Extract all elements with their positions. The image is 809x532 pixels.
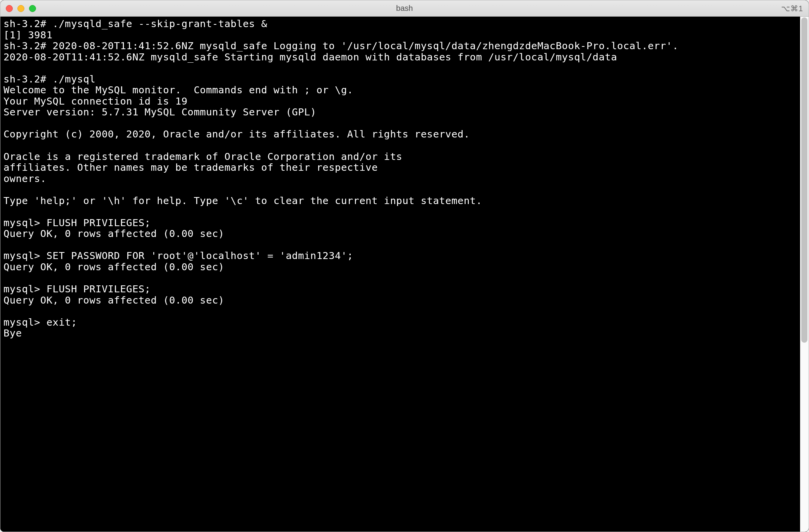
close-button[interactable] [6,5,13,12]
zoom-button[interactable] [29,5,36,12]
scrollbar-thumb[interactable] [801,17,807,343]
terminal-window: bash ⌥⌘1 sh-3.2# ./mysqld_safe --skip-gr… [0,0,809,532]
minimize-button[interactable] [17,5,24,12]
window-title: bash [396,4,413,13]
terminal-body: sh-3.2# ./mysqld_safe --skip-grant-table… [0,17,809,532]
window-shortcut: ⌥⌘1 [781,4,803,13]
terminal-content[interactable]: sh-3.2# ./mysqld_safe --skip-grant-table… [0,17,800,532]
titlebar[interactable]: bash ⌥⌘1 [0,0,809,17]
scrollbar-track[interactable] [800,17,809,532]
traffic-lights [6,5,36,12]
